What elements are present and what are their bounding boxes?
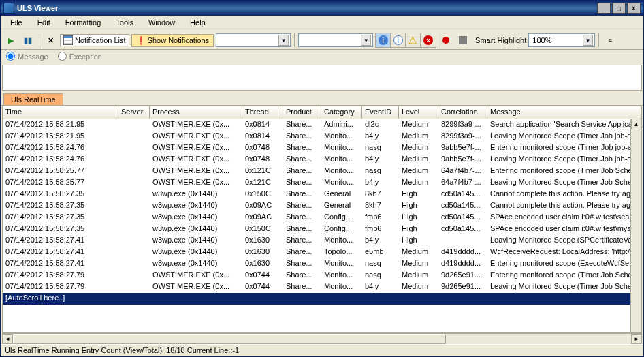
info-icon: i xyxy=(393,35,403,45)
cell-server xyxy=(118,223,150,235)
cell-correlation: 64a7f4b7-... xyxy=(438,177,487,189)
table-row[interactable]: 07/14/2012 15:58:27.41w3wp.exe (0x1440)0… xyxy=(3,247,641,258)
info-blue-button[interactable]: i xyxy=(376,33,391,47)
autoscroll-row[interactable]: [AutoScroll here..] xyxy=(3,293,641,305)
scroll-track[interactable] xyxy=(13,334,631,344)
cell-process: w3wp.exe (0x1440) xyxy=(150,189,242,200)
vertical-scrollbar[interactable]: ▲ xyxy=(630,119,641,332)
cell-server xyxy=(118,281,150,293)
cell-correlation: cd50a145... xyxy=(438,223,487,235)
table-row[interactable]: 07/14/2012 15:58:21.95OWSTIMER.EXE (0x..… xyxy=(3,119,641,131)
table-row[interactable]: 07/14/2012 15:58:24.76OWSTIMER.EXE (0x..… xyxy=(3,142,641,154)
cell-level: Medium xyxy=(399,131,438,142)
table-row[interactable]: 07/14/2012 15:58:25.77OWSTIMER.EXE (0x..… xyxy=(3,166,641,177)
cell-server xyxy=(118,119,150,131)
radio-exception[interactable]: Exception xyxy=(58,52,102,61)
maximize-button[interactable]: □ xyxy=(612,3,626,14)
table-row[interactable]: 07/14/2012 15:58:27.35w3wp.exe (0x1440)0… xyxy=(3,200,641,212)
cell-level: Medium xyxy=(399,281,438,293)
combo-1[interactable]: ▼ xyxy=(216,33,291,47)
warning-button[interactable]: ⚠ xyxy=(406,33,421,47)
grid-body[interactable]: 07/14/2012 15:58:21.95OWSTIMER.EXE (0x..… xyxy=(3,119,641,332)
table-row[interactable]: 07/14/2012 15:58:21.95OWSTIMER.EXE (0x..… xyxy=(3,131,641,142)
cell-eventid: nasq xyxy=(362,258,399,270)
table-row[interactable]: 07/14/2012 15:58:27.35w3wp.exe (0x1440)0… xyxy=(3,223,641,235)
cell-server xyxy=(118,212,150,223)
cell-correlation: cd50a145... xyxy=(438,212,487,223)
clear-button[interactable]: ✕ xyxy=(43,33,58,48)
col-message[interactable]: Message xyxy=(487,106,641,119)
zoom-value: 100% xyxy=(530,36,583,44)
zoom-combo[interactable]: 100% ▼ xyxy=(528,33,595,47)
notification-list-button[interactable]: Notification List xyxy=(60,34,129,46)
tab-realtime[interactable]: Uls RealTime xyxy=(3,93,63,105)
col-correlation[interactable]: Correlation xyxy=(438,106,487,119)
radio-message[interactable]: Message xyxy=(6,52,48,61)
table-row[interactable]: 07/14/2012 15:58:27.41w3wp.exe (0x1440)0… xyxy=(3,258,641,270)
detail-textarea[interactable] xyxy=(2,65,642,91)
cell-level: Medium xyxy=(399,119,438,131)
cell-category: General xyxy=(321,189,362,200)
menu-tools[interactable]: Tools xyxy=(109,17,140,29)
cell-category: Monito... xyxy=(321,166,362,177)
table-row[interactable]: 07/14/2012 15:58:27.79OWSTIMER.EXE (0x..… xyxy=(3,270,641,281)
table-row[interactable]: 07/14/2012 15:58:24.76OWSTIMER.EXE (0x..… xyxy=(3,154,641,166)
close-button[interactable]: × xyxy=(627,3,641,14)
cell-category: Config... xyxy=(321,212,362,223)
col-category[interactable]: Category xyxy=(321,106,362,119)
table-row[interactable]: 07/14/2012 15:58:25.77OWSTIMER.EXE (0x..… xyxy=(3,177,641,189)
menu-formatting[interactable]: Formatting xyxy=(59,17,108,29)
scroll-left-icon[interactable]: ◄ xyxy=(2,334,13,344)
col-eventid[interactable]: EventID xyxy=(362,106,399,119)
col-product[interactable]: Product xyxy=(283,106,321,119)
error-button[interactable]: × xyxy=(421,33,436,47)
cell-eventid: b4ly xyxy=(362,131,399,142)
options-button[interactable]: ≡ xyxy=(602,33,617,48)
col-process[interactable]: Process xyxy=(150,106,242,119)
horizontal-scrollbar[interactable]: ◄ ► xyxy=(2,333,642,344)
col-time[interactable]: Time xyxy=(3,106,118,119)
play-button[interactable]: ▶ xyxy=(3,33,18,48)
table-row[interactable]: 07/14/2012 15:58:27.35w3wp.exe (0x1440)0… xyxy=(3,189,641,200)
cell-process: OWSTIMER.EXE (0x... xyxy=(150,270,242,281)
scroll-up-icon[interactable]: ▲ xyxy=(631,119,641,129)
titlebar[interactable]: ULS Viewer _ □ × xyxy=(1,1,643,16)
cell-message: Search application 'Search Service Appli… xyxy=(487,119,641,131)
scroll-thumb[interactable] xyxy=(13,334,446,344)
cell-server xyxy=(118,189,150,200)
cell-process: w3wp.exe (0x1440) xyxy=(150,258,242,270)
table-row[interactable]: 07/14/2012 15:58:27.41w3wp.exe (0x1440)0… xyxy=(3,235,641,247)
show-notifications-button[interactable]: ❗ Show Notifications xyxy=(131,34,214,47)
cell-process: w3wp.exe (0x1440) xyxy=(150,212,242,223)
menu-edit[interactable]: Edit xyxy=(31,17,57,29)
col-level[interactable]: Level xyxy=(399,106,438,119)
table-row[interactable]: 07/14/2012 15:58:27.35w3wp.exe (0x1440)0… xyxy=(3,212,641,223)
cell-thread: 0x09AC xyxy=(242,212,283,223)
cell-message: SPAce encoded user claim i:0#.w|test\sea… xyxy=(487,212,641,223)
table-row[interactable]: 07/14/2012 15:58:27.79OWSTIMER.EXE (0x..… xyxy=(3,281,641,293)
stop-button[interactable] xyxy=(455,33,470,48)
cell-time: 07/14/2012 15:58:27.35 xyxy=(3,189,118,200)
cell-thread: 0x1630 xyxy=(242,247,283,258)
cell-process: OWSTIMER.EXE (0x... xyxy=(150,119,242,131)
cell-eventid: 8kh7 xyxy=(362,189,399,200)
minimize-button[interactable]: _ xyxy=(597,3,611,14)
info-white-button[interactable]: i xyxy=(391,33,406,47)
autoscroll-label: [AutoScroll here..] xyxy=(3,293,641,305)
col-thread[interactable]: Thread xyxy=(242,106,283,119)
record-button[interactable] xyxy=(438,33,453,48)
cell-process: OWSTIMER.EXE (0x... xyxy=(150,154,242,166)
menu-help[interactable]: Help xyxy=(183,17,212,29)
app-icon xyxy=(3,3,14,14)
menu-window[interactable]: Window xyxy=(142,17,182,29)
play-icon: ▶ xyxy=(8,36,14,45)
pause-button[interactable]: ▮▮ xyxy=(20,33,35,48)
cell-message: Entering monitored scope (Timer Job Sche… xyxy=(487,166,641,177)
cell-category: Monito... xyxy=(321,142,362,154)
cell-correlation: 8299f3a9-... xyxy=(438,131,487,142)
combo-2[interactable]: ▼ xyxy=(298,33,373,47)
cell-process: w3wp.exe (0x1440) xyxy=(150,235,242,247)
col-server[interactable]: Server xyxy=(118,106,150,119)
menu-file[interactable]: File xyxy=(3,17,29,29)
scroll-right-icon[interactable]: ► xyxy=(631,334,642,344)
